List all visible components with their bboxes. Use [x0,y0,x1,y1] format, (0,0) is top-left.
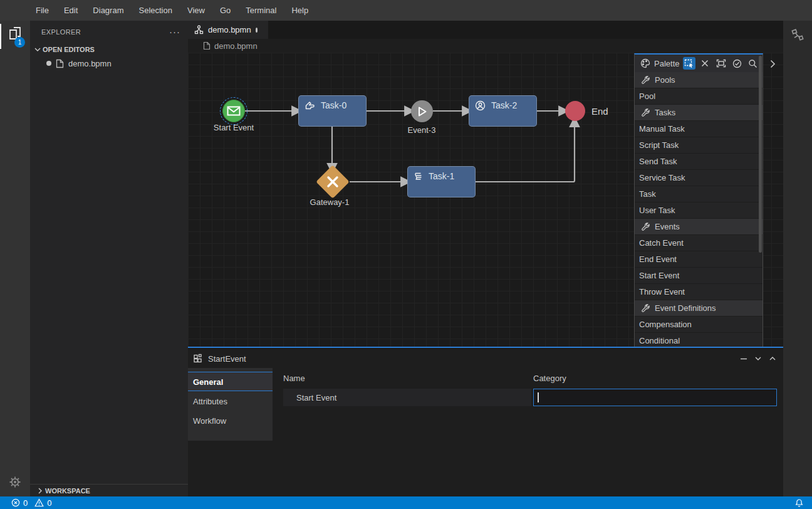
structure-icon [790,28,805,43]
palette-item-send-task[interactable]: Send Task [635,154,763,170]
menu-item-view[interactable]: View [180,0,212,21]
more-actions-icon[interactable]: ··· [169,26,180,37]
palette-item-script-task[interactable]: Script Task [635,137,763,154]
search-tool-button[interactable] [747,57,759,70]
errors-count[interactable]: 0 [23,498,28,508]
errors-icon[interactable] [11,498,20,507]
delete-tool-button[interactable] [699,57,711,70]
chevron-right-icon[interactable] [767,58,778,70]
node-end-event[interactable] [565,101,585,121]
properties-header: StartEvent [188,349,783,368]
gear-icon [7,474,23,490]
palette-item-conditional[interactable]: Conditional [635,333,763,348]
marquee-tool-button[interactable] [683,57,695,70]
node-task-2[interactable]: Task-2 [469,95,537,127]
symbol-misc-icon [193,354,203,364]
tab-bar: demo.bpmn [188,21,783,39]
palette-title: Palette [654,59,679,68]
palette-item-start-event[interactable]: Start Event [635,268,763,284]
palette-item-throw-event[interactable]: Throw Event [635,284,763,300]
palette-scrollbar[interactable] [759,56,762,253]
menu-item-terminal[interactable]: Terminal [238,0,284,21]
menu-item-go[interactable]: Go [212,0,238,21]
palette-list: PoolsPoolTasksManual TaskScript TaskSend… [635,72,763,348]
node-task-0[interactable]: Task-0 [298,95,367,127]
editor-group: demo.bpmn demo.bpmn [188,21,783,496]
application-window: FileEditDiagramSelectionViewGoTerminalHe… [0,0,812,509]
tab-general[interactable]: General [188,372,273,391]
name-field-label: Name [283,374,531,383]
palette-item-pool[interactable]: Pool [635,88,763,105]
category-input[interactable] [534,389,776,406]
open-editor-item[interactable]: demo.bpmn [30,56,188,70]
tab-label: demo.bpmn [208,25,251,34]
node-start-event[interactable] [222,100,245,122]
wrench-icon [641,303,650,313]
modified-dot-icon [46,61,51,66]
node-event-3[interactable] [411,100,433,122]
palette-section-pools[interactable]: Pools [635,72,763,88]
open-editors-section[interactable]: OPEN EDITORS [30,43,188,56]
validate-tool-button[interactable] [731,57,742,70]
warnings-count[interactable]: 0 [47,498,51,508]
user-icon [475,100,486,122]
properties-tab-list: GeneralAttributesWorkflow [188,368,273,441]
notifications-bell-icon[interactable] [794,498,804,508]
menu-bar: FileEditDiagramSelectionViewGoTerminalHe… [0,0,812,21]
properties-title: StartEvent [208,354,734,364]
chevron-up-icon[interactable] [768,354,777,363]
explorer-sidebar: EXPLORER ··· OPEN EDITORS demo.bpmn WORK… [30,21,188,496]
tab-demo-bpmn[interactable]: demo.bpmn [188,21,268,39]
palette-item-compensation[interactable]: Compensation [635,317,763,333]
category-field-label: Category [533,374,777,383]
tab-dirty-dot-icon[interactable] [256,28,258,33]
script-icon [414,171,423,192]
palette-section-tasks[interactable]: Tasks [635,105,763,121]
palette-item-task[interactable]: Task [635,186,763,202]
diagram-outline-button[interactable] [790,28,805,43]
workspace-label: WORKSPACE [45,487,90,495]
wrench-icon [641,108,650,117]
text-caret [538,392,539,402]
palette-section-events[interactable]: Events [635,219,763,235]
tab-workflow[interactable]: Workflow [188,411,273,430]
activity-bar: 1 [0,21,30,496]
menu-item-diagram[interactable]: Diagram [85,0,131,21]
chevron-down-icon[interactable] [754,354,763,363]
menu-item-selection[interactable]: Selection [131,0,179,21]
palette-section-label: Pools [655,75,675,85]
workspace-section[interactable]: WORKSPACE [30,484,188,496]
label-task-0: Task-0 [321,100,346,122]
menu-item-edit[interactable]: Edit [56,0,85,21]
play-icon [417,106,427,117]
menu-item-help[interactable]: Help [284,0,316,21]
right-side-panel [783,21,812,496]
menu-item-file[interactable]: File [28,0,56,21]
palette-item-end-event[interactable]: End Event [635,251,763,268]
file-icon [203,41,211,50]
wrench-icon [641,75,650,85]
name-field-value[interactable]: Start Event [283,389,531,406]
palette-item-manual-task[interactable]: Manual Task [635,121,763,137]
tab-attributes[interactable]: Attributes [188,391,273,411]
minimize-icon[interactable] [739,354,748,363]
palette-item-user-task[interactable]: User Task [635,202,763,219]
properties-panel: StartEvent GeneralAttributesWorkflow [188,349,783,496]
breadcrumb-item[interactable]: demo.bpmn [214,41,258,51]
settings-gear-button[interactable] [7,474,23,490]
wrench-icon [641,222,650,231]
palette-icon [640,58,650,68]
label-task-1: Task-1 [429,171,454,192]
palette-item-catch-event[interactable]: Catch Event [635,235,763,251]
palette-section-label: Events [655,222,680,231]
warnings-icon[interactable] [34,498,44,507]
label-end-event: End [591,106,608,117]
palette-section-label: Tasks [655,108,675,117]
diagram-canvas[interactable]: Start Event Task-0 Event-3 [188,53,783,348]
palette-item-service-task[interactable]: Service Task [635,170,763,186]
category-field-group: Category [533,374,777,406]
fit-to-screen-tool-button[interactable] [715,57,727,70]
palette-section-event-definitions[interactable]: Event Definitions [635,300,763,317]
name-field-group: Name Start Event [283,374,531,406]
node-task-1[interactable]: Task-1 [407,166,476,197]
